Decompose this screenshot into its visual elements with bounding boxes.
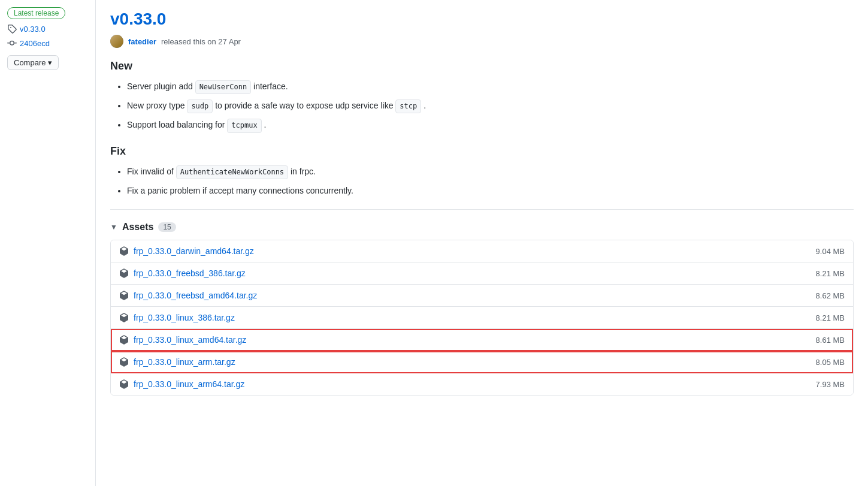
file-name[interactable]: frp_0.33.0_linux_amd64.tar.gz — [134, 335, 246, 345]
file-name[interactable]: frp_0.33.0_linux_arm.tar.gz — [134, 357, 235, 367]
latest-release-badge[interactable]: Latest release — [7, 7, 65, 19]
tag-row: v0.33.0 — [7, 24, 88, 34]
file-row: frp_0.33.0_freebsd_386.tar.gz 8.21 MB — [111, 262, 853, 285]
code-tcpmux: tcpmux — [227, 119, 261, 132]
fix-list: Fix invalid of AuthenticateNewWorkConns … — [110, 165, 854, 198]
file-size: 8.21 MB — [816, 313, 845, 322]
file-list: frp_0.33.0_darwin_amd64.tar.gz 9.04 MB f… — [110, 240, 854, 396]
avatar — [110, 35, 123, 48]
file-size: 8.05 MB — [816, 358, 845, 367]
code-NewUserConn: NewUserConn — [195, 80, 251, 94]
assets-count: 15 — [158, 222, 176, 232]
author-link[interactable]: fatedier — [128, 37, 156, 46]
file-size: 8.62 MB — [816, 291, 845, 300]
file-info: frp_0.33.0_freebsd_amd64.tar.gz — [119, 291, 257, 300]
file-row: frp_0.33.0_linux_arm.tar.gz 8.05 MB — [111, 351, 853, 373]
file-icon — [119, 379, 129, 389]
tag-label[interactable]: v0.33.0 — [20, 25, 46, 34]
file-info: frp_0.33.0_linux_386.tar.gz — [119, 313, 235, 322]
file-name[interactable]: frp_0.33.0_darwin_amd64.tar.gz — [134, 246, 254, 256]
file-icon — [119, 313, 129, 322]
file-icon — [119, 335, 129, 345]
tag-icon — [7, 24, 17, 34]
divider — [110, 209, 854, 210]
file-row: frp_0.33.0_linux_arm64.tar.gz 7.93 MB — [111, 373, 853, 395]
file-icon — [119, 291, 129, 300]
file-name[interactable]: frp_0.33.0_linux_386.tar.gz — [134, 313, 235, 322]
sidebar: Latest release v0.33.0 2406ecd Compare ▾ — [0, 0, 96, 486]
file-icon — [119, 246, 129, 256]
file-name[interactable]: frp_0.33.0_freebsd_amd64.tar.gz — [134, 291, 257, 300]
commit-row: 2406ecd — [7, 38, 88, 48]
release-title: v0.33.0 — [110, 10, 854, 29]
file-size: 9.04 MB — [816, 247, 845, 256]
release-meta-text: released this on 27 Apr — [161, 37, 241, 46]
file-info: frp_0.33.0_darwin_amd64.tar.gz — [119, 246, 254, 256]
main-content: v0.33.0 fatedier released this on 27 Apr… — [96, 0, 868, 486]
file-size: 8.21 MB — [816, 269, 845, 278]
file-size: 7.93 MB — [816, 380, 845, 389]
file-info: frp_0.33.0_linux_arm.tar.gz — [119, 357, 235, 367]
assets-header[interactable]: ▼ Assets 15 — [110, 222, 854, 233]
compare-button[interactable]: Compare ▾ — [7, 55, 59, 70]
code-AuthenticateNewWorkConns: AuthenticateNewWorkConns — [176, 165, 288, 179]
assets-label: Assets — [122, 222, 153, 233]
assets-chevron-icon: ▼ — [110, 223, 117, 231]
list-item: Fix invalid of AuthenticateNewWorkConns … — [127, 165, 854, 179]
file-icon — [119, 268, 129, 278]
file-name[interactable]: frp_0.33.0_freebsd_386.tar.gz — [134, 268, 246, 278]
fix-heading: Fix — [110, 145, 854, 158]
list-item: Server plugin add NewUserConn interface. — [127, 80, 854, 94]
list-item: Support load balancing for tcpmux . — [127, 118, 854, 132]
commit-icon — [7, 38, 17, 48]
file-info: frp_0.33.0_linux_arm64.tar.gz — [119, 379, 244, 389]
list-item: New proxy type sudp to provide a safe wa… — [127, 99, 854, 113]
file-name[interactable]: frp_0.33.0_linux_arm64.tar.gz — [134, 379, 244, 389]
file-row: frp_0.33.0_darwin_amd64.tar.gz 9.04 MB — [111, 240, 853, 262]
code-stcp: stcp — [395, 99, 421, 113]
new-heading: New — [110, 60, 854, 73]
file-row: frp_0.33.0_linux_amd64.tar.gz 8.61 MB — [111, 329, 853, 351]
file-info: frp_0.33.0_freebsd_386.tar.gz — [119, 268, 246, 278]
new-list: Server plugin add NewUserConn interface.… — [110, 80, 854, 133]
compare-chevron-icon: ▾ — [48, 58, 52, 67]
file-row: frp_0.33.0_freebsd_amd64.tar.gz 8.62 MB — [111, 285, 853, 307]
commit-label[interactable]: 2406ecd — [20, 39, 50, 48]
file-info: frp_0.33.0_linux_amd64.tar.gz — [119, 335, 246, 345]
file-row: frp_0.33.0_linux_386.tar.gz 8.21 MB — [111, 307, 853, 329]
release-meta: fatedier released this on 27 Apr — [110, 35, 854, 48]
code-sudp: sudp — [187, 99, 213, 113]
compare-label: Compare — [14, 58, 46, 67]
file-icon — [119, 357, 129, 367]
list-item: Fix a panic problem if accept many conne… — [127, 184, 854, 197]
file-size: 8.61 MB — [816, 336, 845, 345]
